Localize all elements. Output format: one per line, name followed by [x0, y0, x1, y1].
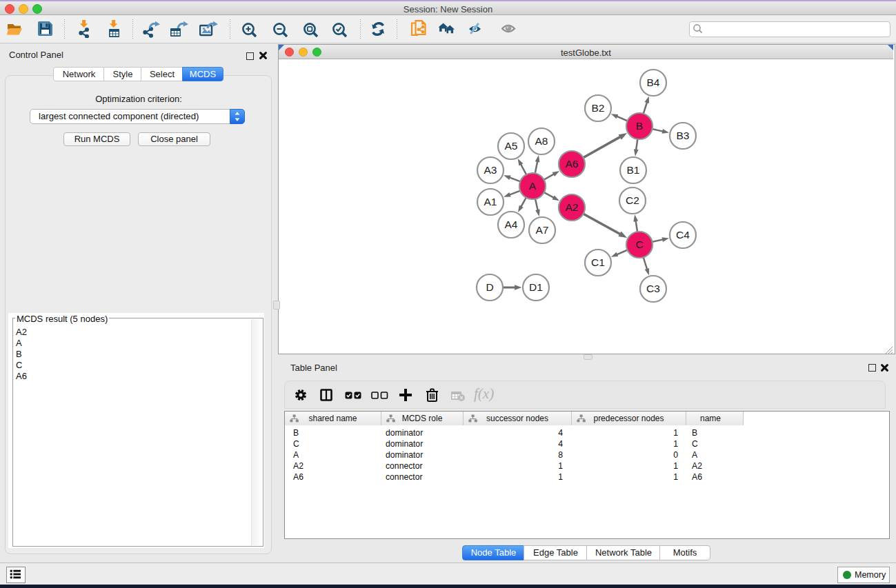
svg-text:C2: C2	[626, 194, 639, 206]
svg-text:A7: A7	[536, 224, 549, 236]
svg-text:C3: C3	[646, 283, 660, 294]
svg-text:A4: A4	[505, 219, 518, 230]
svg-text:A3: A3	[484, 164, 497, 176]
svg-text:D: D	[486, 281, 493, 293]
svg-text:C4: C4	[676, 229, 690, 241]
svg-text:C: C	[635, 239, 643, 250]
svg-text:C1: C1	[591, 256, 605, 268]
svg-text:A6: A6	[566, 158, 579, 170]
svg-text:A1: A1	[484, 196, 497, 207]
svg-text:B1: B1	[627, 164, 640, 176]
svg-text:B: B	[636, 120, 643, 132]
svg-text:A5: A5	[505, 140, 518, 152]
svg-text:B4: B4	[647, 77, 660, 88]
svg-text:B3: B3	[677, 130, 690, 141]
svg-text:B2: B2	[592, 102, 605, 114]
svg-text:A: A	[529, 180, 537, 192]
svg-text:A8: A8	[535, 135, 548, 147]
svg-text:D1: D1	[529, 281, 543, 293]
svg-text:A2: A2	[566, 201, 579, 213]
